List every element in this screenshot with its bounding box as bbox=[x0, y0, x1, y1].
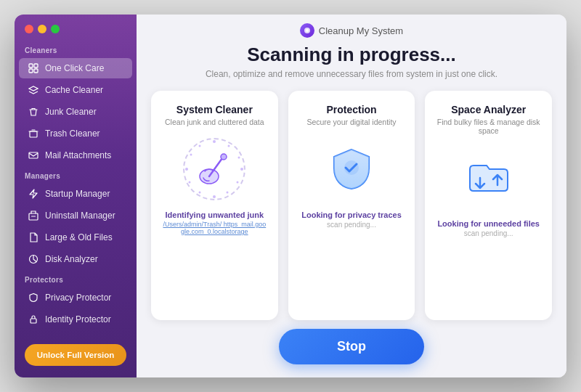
svg-point-22 bbox=[199, 145, 201, 147]
trash-icon bbox=[28, 128, 39, 139]
zap-icon bbox=[28, 188, 39, 200]
sidebar-item-label: Uninstall Manager bbox=[45, 211, 115, 221]
stop-button-row: Stop bbox=[137, 329, 566, 377]
svg-point-24 bbox=[221, 154, 227, 160]
svg-rect-0 bbox=[29, 64, 33, 68]
page-heading: Scanning in progress... bbox=[137, 44, 566, 66]
svg-point-12 bbox=[228, 145, 230, 147]
trash2-icon bbox=[28, 106, 39, 118]
app-icon bbox=[300, 23, 314, 38]
svg-rect-3 bbox=[34, 69, 38, 73]
sidebar-item-label: Privacy Protector bbox=[45, 293, 111, 303]
lock-icon bbox=[28, 314, 39, 325]
minimize-button[interactable] bbox=[38, 25, 46, 33]
cards-row: System Cleaner Clean junk and cluttered … bbox=[137, 79, 566, 329]
maximize-button[interactable] bbox=[51, 25, 60, 33]
sidebar-item-large-old-files[interactable]: Large & Old Files bbox=[19, 227, 132, 248]
sidebar-item-trash-cleaner[interactable]: Trash Cleaner bbox=[19, 123, 132, 144]
sidebar-item-label: One Click Care bbox=[45, 63, 104, 73]
sidebar-item-label: Large & Old Files bbox=[45, 232, 113, 242]
sidebar-item-cache-cleaner[interactable]: Cache Cleaner bbox=[19, 80, 132, 100]
protection-shield-icon bbox=[328, 146, 375, 192]
broom-icon bbox=[196, 151, 232, 187]
sidebar-item-label: Startup Manager bbox=[45, 189, 110, 199]
card-scan-pending: scan pending... bbox=[327, 221, 376, 229]
svg-point-10 bbox=[306, 29, 309, 32]
sidebar-item-label: Disk Analyzer bbox=[45, 254, 98, 264]
card-subtitle: Find bulky files & manage disk space bbox=[435, 118, 542, 135]
app-window: Cleaners One Click Care Cache Cleaner bbox=[15, 15, 566, 377]
title-bar: Cleanup My System bbox=[137, 15, 566, 38]
svg-rect-5 bbox=[29, 152, 38, 158]
svg-rect-2 bbox=[29, 69, 33, 73]
card-subtitle: Secure your digital identity bbox=[306, 118, 396, 126]
sidebar-item-label: Cache Cleaner bbox=[45, 85, 103, 95]
traffic-lights bbox=[15, 15, 137, 41]
sidebar-item-label: Mail Attachments bbox=[45, 150, 111, 160]
main-content: Cleanup My System Scanning in progress..… bbox=[137, 15, 566, 377]
unlock-full-version-button[interactable]: Unlock Full Version bbox=[25, 344, 126, 366]
space-analyzer-card: Space Analyzer Find bulky files & manage… bbox=[425, 91, 552, 320]
svg-point-11 bbox=[213, 140, 216, 143]
sidebar-item-uninstall-manager[interactable]: Uninstall Manager bbox=[19, 205, 132, 226]
sidebar-item-junk-cleaner[interactable]: Junk Cleaner bbox=[19, 102, 132, 122]
card-scan-status: Identifying unwanted junk bbox=[166, 211, 264, 219]
sidebar-item-startup-manager[interactable]: Startup Manager bbox=[19, 184, 132, 204]
sidebar-item-label: Junk Cleaner bbox=[45, 107, 97, 117]
system-cleaner-visual bbox=[182, 136, 247, 202]
managers-section-label: Managers bbox=[15, 166, 137, 183]
sidebar-item-mail-attachments[interactable]: Mail Attachments bbox=[19, 145, 132, 166]
card-scan-status: Looking for unneeded files bbox=[437, 219, 540, 228]
svg-point-19 bbox=[189, 181, 191, 184]
svg-point-14 bbox=[240, 168, 243, 171]
svg-point-16 bbox=[227, 192, 229, 194]
card-title: System Cleaner bbox=[176, 104, 253, 115]
grid-icon bbox=[28, 62, 39, 74]
sidebar-item-disk-analyzer[interactable]: Disk Analyzer bbox=[19, 249, 132, 269]
sidebar-item-privacy-protector[interactable]: Privacy Protector bbox=[19, 287, 132, 308]
sidebar-item-one-click-care[interactable]: One Click Care bbox=[19, 58, 132, 78]
app-title: Cleanup My System bbox=[319, 25, 403, 36]
mail-icon bbox=[28, 150, 39, 161]
card-scan-file: /Users/admin/Trash/ https_mail.google.co… bbox=[161, 221, 268, 235]
sidebar-item-label: Trash Cleaner bbox=[45, 128, 100, 139]
svg-point-13 bbox=[238, 157, 240, 159]
stop-button[interactable]: Stop bbox=[279, 329, 424, 364]
svg-point-15 bbox=[237, 181, 239, 184]
page-subtext: Clean, optimize and remove unnecessary f… bbox=[137, 69, 566, 79]
card-scan-pending: scan pending... bbox=[464, 229, 513, 237]
layers-icon bbox=[28, 84, 39, 96]
sidebar-item-label: Identity Protector bbox=[45, 314, 111, 324]
protectors-section-label: Protectors bbox=[15, 270, 137, 287]
package-icon bbox=[28, 210, 39, 221]
pie-icon bbox=[28, 253, 39, 265]
card-scan-status: Looking for privacy traces bbox=[301, 211, 402, 219]
svg-point-21 bbox=[190, 154, 192, 156]
svg-point-20 bbox=[185, 168, 188, 171]
protection-card: Protection Secure your digital identity bbox=[288, 91, 415, 320]
svg-rect-1 bbox=[34, 64, 38, 68]
card-subtitle: Clean junk and cluttered data bbox=[165, 118, 264, 126]
svg-point-17 bbox=[213, 195, 216, 198]
svg-rect-8 bbox=[31, 319, 36, 323]
file-icon bbox=[28, 232, 39, 243]
card-title: Protection bbox=[326, 104, 376, 115]
cleaners-section-label: Cleaners bbox=[15, 41, 137, 57]
sidebar: Cleaners One Click Care Cache Cleaner bbox=[15, 15, 137, 377]
card-title: Space Analyzer bbox=[451, 104, 526, 115]
svg-point-18 bbox=[199, 192, 201, 194]
close-button[interactable] bbox=[25, 25, 33, 33]
system-cleaner-card: System Cleaner Clean junk and cluttered … bbox=[151, 91, 278, 320]
folder-icon bbox=[466, 155, 512, 201]
svg-rect-4 bbox=[30, 131, 37, 137]
shield-icon bbox=[28, 292, 39, 303]
sidebar-item-identity-protector[interactable]: Identity Protector bbox=[19, 309, 132, 330]
space-analyzer-visual bbox=[456, 145, 521, 211]
protection-visual bbox=[319, 136, 384, 202]
